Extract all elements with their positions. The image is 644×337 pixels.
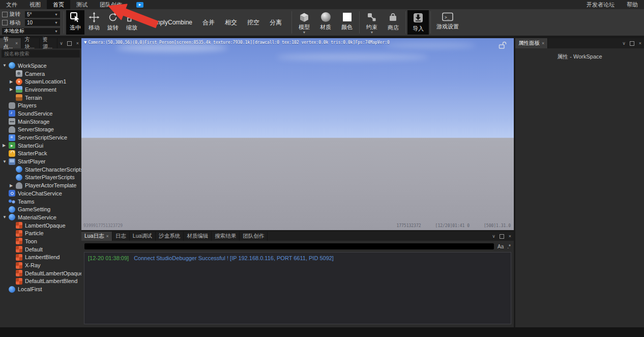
tree-item[interactable]: Camera <box>0 70 81 78</box>
tree-item[interactable]: StarterPlayerScripts <box>0 174 81 182</box>
tree-item[interactable]: MainStorage <box>0 118 81 126</box>
close-icon[interactable]: × <box>636 38 644 48</box>
coordinate-mode-select[interactable]: 本地坐标▼ <box>2 28 60 35</box>
move-snap-select[interactable]: 10▼ <box>25 19 60 26</box>
tree-item[interactable]: PlayerActorTemplate <box>0 181 81 189</box>
move-tool-button[interactable]: 移动 <box>85 10 103 35</box>
viewport-3d[interactable]: ▼ Camera:(50,300,56)(0,0)First Person[sc… <box>81 38 514 230</box>
close-icon[interactable]: × <box>74 38 81 48</box>
tree-item[interactable]: StarterPack <box>0 150 81 158</box>
constraint-button[interactable]: 约束 ▼ <box>361 9 383 36</box>
tree-item[interactable]: StarterCharacterScripts <box>0 165 81 174</box>
chevron-down-icon[interactable]: ∨ <box>620 38 628 48</box>
intersect-button[interactable]: 相交 <box>225 18 237 27</box>
simplycombine-button[interactable]: SimplyCombine <box>150 19 192 26</box>
match-case-toggle[interactable]: Aa <box>497 244 504 249</box>
tab-lua-log[interactable]: Lua日志× <box>81 232 112 241</box>
tab-lua-debug[interactable]: Lua调试 <box>130 232 156 241</box>
color-button[interactable]: 颜色 <box>336 9 358 36</box>
tree-expand-arrow-icon[interactable] <box>3 215 9 219</box>
tab-team-create[interactable]: 团队创作 <box>240 232 268 241</box>
tree-item[interactable]: WorkSpace <box>0 62 81 70</box>
log-filter-input[interactable] <box>84 243 494 249</box>
regex-toggle[interactable]: .* <box>507 244 511 249</box>
collapse-chevron-icon[interactable]: ▼ <box>84 40 86 45</box>
tab-search-results[interactable]: 搜索结果 <box>212 232 240 241</box>
tree-item[interactable]: StartPlayer <box>0 157 81 165</box>
tree-item[interactable]: ServerScriptService <box>0 133 81 142</box>
tab-blocks[interactable]: 方块... <box>21 38 39 48</box>
rotate-tool-button[interactable]: 旋转 <box>104 10 122 35</box>
menu-file[interactable]: 文件 <box>0 0 23 9</box>
tree-item[interactable]: LocalFirst <box>0 285 81 293</box>
tree-item[interactable]: X-Ray <box>0 261 81 269</box>
tab-nodes[interactable]: 节点...× <box>0 38 21 48</box>
tab-properties[interactable]: 属性面板× <box>515 38 548 48</box>
tree-expand-arrow-icon[interactable] <box>3 143 9 148</box>
tree-item[interactable]: Toon <box>0 237 81 245</box>
tree-item[interactable]: Teams <box>0 198 81 206</box>
tree-item-icon <box>16 270 22 276</box>
tab-sandbox[interactable]: 沙盒系统 <box>156 232 184 241</box>
close-icon[interactable]: × <box>15 41 18 46</box>
tree-item[interactable]: Terrain <box>0 94 81 102</box>
import-button[interactable]: 导入 <box>407 10 429 35</box>
tree-item[interactable]: StarterGui <box>0 142 81 150</box>
scale-tool-button[interactable]: 缩放 <box>123 10 141 35</box>
tree-expand-arrow-icon[interactable] <box>10 87 16 92</box>
menu-developer-forum[interactable]: 开发者论坛 <box>580 0 621 9</box>
menu-test[interactable]: 测试 <box>70 0 94 9</box>
tree-expand-arrow-icon[interactable] <box>3 63 9 68</box>
search-input[interactable] <box>2 50 80 58</box>
chevron-down-icon[interactable]: ∨ <box>57 38 65 48</box>
move-snap-label: 移动 <box>10 19 23 26</box>
tree-item[interactable]: SoundService <box>0 109 81 118</box>
model-button[interactable]: 模型 ▼ <box>294 9 315 36</box>
tree-item[interactable]: VoiceChatService <box>0 189 81 198</box>
separate-button[interactable]: 分离 <box>270 18 282 27</box>
close-icon[interactable]: × <box>542 41 544 46</box>
select-tool-button[interactable]: 选中 <box>66 10 84 35</box>
tree-item[interactable]: LambertOpaque <box>0 221 81 230</box>
tab-material-edit[interactable]: 材质编辑 <box>184 232 212 241</box>
tree-item[interactable]: DefaultLambertBlend <box>0 277 81 286</box>
menu-view[interactable]: 视图 <box>23 0 47 9</box>
tree-expand-arrow-icon[interactable] <box>3 159 9 164</box>
game-settings-button[interactable]: >_ 游戏设置 <box>432 9 463 36</box>
run-play-button[interactable]: ▶ <box>136 2 143 8</box>
tree-item-icon <box>9 206 15 213</box>
tree-item[interactable]: LambertBlend <box>0 254 81 262</box>
tree-item[interactable]: ServerStorage <box>0 126 81 134</box>
move-snap-checkbox[interactable] <box>2 20 8 25</box>
menu-team-create[interactable]: 团队创作 <box>94 0 128 9</box>
tree-item[interactable]: Default <box>0 245 81 254</box>
tree-expand-arrow-icon[interactable] <box>10 183 16 188</box>
union-button[interactable]: 合并 <box>202 18 215 27</box>
rotate-snap-checkbox[interactable] <box>2 12 8 17</box>
chevron-down-icon[interactable]: ∨ <box>490 232 497 241</box>
log-output[interactable]: [12-20 01:38:09] Connect StudioDebugger … <box>84 252 511 324</box>
popout-icon[interactable] <box>630 41 634 46</box>
tree-item[interactable]: DefaultLambertOpaque <box>0 269 81 277</box>
menu-help[interactable]: 帮助 <box>621 0 644 9</box>
close-icon[interactable]: × <box>506 232 514 241</box>
menu-home[interactable]: 首页 <box>47 0 70 9</box>
tree-item[interactable]: GameSetting <box>0 205 81 213</box>
chevron-down-icon: ▼ <box>370 32 374 34</box>
close-icon[interactable]: × <box>106 234 109 239</box>
tab-resources[interactable]: 资源... <box>40 38 57 48</box>
tree-item[interactable]: SpawnLocation1 <box>0 77 81 86</box>
store-button[interactable]: 商店 <box>383 9 404 36</box>
tree-item[interactable]: Particle <box>0 229 81 237</box>
unlock-icon[interactable] <box>499 41 508 49</box>
popout-icon[interactable] <box>500 234 504 239</box>
tree-item[interactable]: MaterialService <box>0 213 81 221</box>
tree-item[interactable]: Players <box>0 101 81 109</box>
popout-icon[interactable] <box>67 41 72 46</box>
negate-button[interactable]: 挖空 <box>247 18 259 27</box>
tab-log[interactable]: 日志 <box>112 232 130 241</box>
material-button[interactable]: 材质 <box>315 9 336 36</box>
rotate-snap-select[interactable]: 5°▼ <box>25 11 60 18</box>
tree-expand-arrow-icon[interactable] <box>10 79 16 84</box>
tree-item[interactable]: Environment <box>0 86 81 94</box>
